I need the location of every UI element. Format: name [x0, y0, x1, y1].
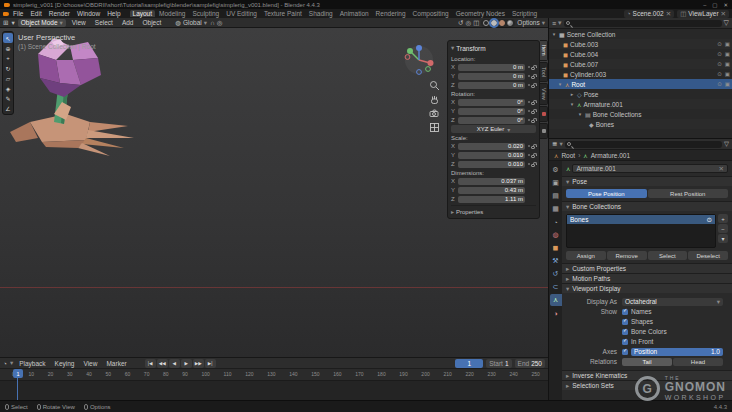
properties-tab-material[interactable]: ◑ — [550, 307, 562, 319]
npanel-tab-view[interactable]: View — [540, 83, 548, 105]
3d-viewport[interactable]: ↖ ⊕ + ↻ ▱ ◈ ✎ ∠ User Perspective (1) Sce… — [0, 28, 548, 357]
render-visibility-icon[interactable]: ▣ — [725, 61, 730, 67]
tool-measure[interactable]: ∠ — [3, 103, 13, 113]
timeline-ruler[interactable]: 0102030405060708090100110120130140150160… — [0, 368, 548, 380]
workspace-tab-rendering[interactable]: Rendering — [373, 10, 409, 17]
zoom-icon[interactable] — [429, 80, 440, 91]
shapes-checkbox[interactable] — [622, 319, 628, 325]
rotation-x-field[interactable]: 0° — [458, 99, 525, 106]
outliner-row-cylinder003[interactable]: ◼ Cylinder.003 ⊙▣ — [549, 69, 732, 79]
animate-dot-icon[interactable] — [528, 110, 530, 112]
bone-collection-row-bones[interactable]: Bones ⊙ — [567, 215, 715, 224]
lock-icon[interactable] — [531, 120, 535, 123]
scene-unlink-icon[interactable]: ✕ — [666, 10, 671, 18]
animate-dot-icon[interactable] — [528, 101, 530, 103]
tool-transform[interactable]: ◈ — [3, 83, 13, 93]
properties-tab-view-layer[interactable]: ▦ — [550, 203, 562, 215]
outliner-editor-icon[interactable]: ≡ — [552, 20, 556, 27]
mode-dropdown[interactable]: Object Mode ▾ — [18, 19, 66, 27]
outliner-row-scene-collection[interactable]: ▾ ▦ Scene Collection — [549, 29, 732, 39]
dimensions-z-field[interactable]: 1.11 m — [458, 196, 525, 203]
timeline-editor-icon[interactable]: ◔ — [3, 360, 7, 367]
menu-edit[interactable]: Edit — [27, 10, 44, 17]
workspace-tab-layout[interactable]: Layout — [130, 10, 156, 17]
tool-rotate[interactable]: ↻ — [3, 63, 13, 73]
outliner-row-cube007[interactable]: ◼ Cube.007 ⊙▣ — [549, 59, 732, 69]
hide-eye-icon[interactable]: ⊙ — [717, 41, 722, 47]
tool-scale[interactable]: ▱ — [3, 73, 13, 83]
animate-dot-icon[interactable] — [528, 119, 530, 121]
scale-y-field[interactable]: 0.010 — [458, 152, 525, 159]
scale-z-field[interactable]: 0.010 — [458, 161, 525, 168]
properties-search-input[interactable] — [565, 141, 722, 148]
rotation-mode-dropdown[interactable]: XYZ Euler ▾ — [451, 125, 536, 133]
menu-window[interactable]: Window — [74, 10, 103, 17]
shading-rendered-icon[interactable] — [507, 20, 513, 26]
animate-dot-icon[interactable] — [528, 145, 530, 147]
snap-magnet-icon[interactable]: ∩ — [210, 19, 215, 26]
rest-position-button[interactable]: Rest Position — [648, 189, 729, 198]
in-front-checkbox[interactable] — [622, 339, 628, 345]
lock-icon[interactable] — [531, 164, 535, 167]
properties-tab-data[interactable]: ⋏ — [550, 294, 562, 306]
axes-checkbox[interactable] — [622, 349, 628, 355]
tool-select-box[interactable]: ↖ — [3, 33, 13, 43]
next-keyframe-button[interactable]: ▶▶ — [193, 359, 204, 368]
properties-tab-render[interactable]: ▣ — [550, 177, 562, 189]
properties-tab-tool[interactable]: ⚙ — [550, 164, 562, 176]
menu-object[interactable]: Object — [139, 19, 164, 26]
animate-dot-icon[interactable] — [528, 163, 530, 165]
menu-view[interactable]: View — [69, 19, 89, 26]
minimize-button[interactable]: – — [703, 2, 706, 8]
animate-dot-icon[interactable] — [528, 66, 530, 68]
prev-keyframe-button[interactable]: ◀◀ — [157, 359, 168, 368]
lock-icon[interactable] — [531, 155, 535, 158]
npanel-tab-tool[interactable]: Tool — [540, 62, 548, 82]
tool-cursor[interactable]: ⊕ — [3, 43, 13, 53]
collection-specials-icon[interactable]: ▾ — [718, 234, 728, 243]
workspace-tab-sculpting[interactable]: Sculpting — [189, 10, 222, 17]
outliner-search-input[interactable] — [564, 20, 722, 27]
maximize-button[interactable]: ▢ — [712, 2, 717, 8]
frame-end-field[interactable]: End 250 — [515, 359, 545, 368]
collapsed-icon[interactable]: ▸ — [569, 91, 575, 97]
orientation-dropdown-icon[interactable]: ▾ — [204, 19, 207, 27]
outliner-row-root[interactable]: ▾ ⋏ Root ⊙▣ — [549, 79, 732, 89]
menu-playback[interactable]: Playback — [16, 360, 48, 367]
expand-icon[interactable]: ▾ — [577, 111, 583, 117]
menu-render[interactable]: Render — [46, 10, 73, 17]
editor-dropdown-icon[interactable]: ▾ — [558, 19, 562, 27]
filter-icon[interactable]: ▽ — [724, 140, 729, 148]
add-collection-button[interactable]: + — [718, 214, 728, 223]
workspace-tab-compositing[interactable]: Compositing — [410, 10, 452, 17]
outliner-row-bones[interactable]: ◆ Bones — [549, 119, 732, 129]
outliner-row-cube003[interactable]: ◼ Cube.003 ⊙▣ — [549, 39, 732, 49]
properties-subpanel-header[interactable]: ▸ Properties — [451, 205, 536, 215]
motion-paths-section-header[interactable]: ▸ Motion Paths — [562, 273, 732, 283]
playhead-marker[interactable]: 1 — [13, 369, 23, 378]
current-frame-field[interactable]: 1 — [455, 359, 483, 368]
rotation-y-field[interactable]: 0° — [458, 108, 525, 115]
expand-icon[interactable]: ▾ — [551, 31, 557, 37]
remove-collection-button[interactable]: − — [718, 224, 728, 233]
properties-editor-icon[interactable]: ≣ — [552, 140, 557, 148]
location-y-field[interactable]: 0 m — [458, 73, 525, 80]
select-button[interactable]: Select — [648, 251, 688, 260]
tool-move[interactable]: + — [3, 53, 13, 63]
collapse-icon[interactable]: ▾ — [451, 44, 454, 52]
lock-icon[interactable] — [531, 146, 535, 149]
editor-type-dropdown-icon[interactable]: ▾ — [11, 19, 14, 27]
lock-icon[interactable] — [531, 76, 535, 79]
properties-tab-constraints[interactable]: ⊂ — [550, 281, 562, 293]
render-visibility-icon[interactable]: ▣ — [725, 81, 730, 87]
assign-button[interactable]: Assign — [566, 251, 606, 260]
editor-dropdown-icon[interactable]: ▾ — [559, 140, 562, 148]
breadcrumb-object[interactable]: Root — [561, 152, 575, 159]
menu-help[interactable]: Help — [104, 10, 123, 17]
npanel-tab-addon[interactable] — [540, 106, 548, 122]
orientation-label[interactable]: Global — [183, 19, 202, 26]
armature-id-field[interactable]: Armature.001 ✕ — [572, 164, 728, 173]
lock-icon[interactable] — [531, 85, 535, 88]
filter-icon[interactable]: ▽ — [724, 19, 729, 27]
play-reverse-button[interactable]: ◀ — [169, 359, 180, 368]
